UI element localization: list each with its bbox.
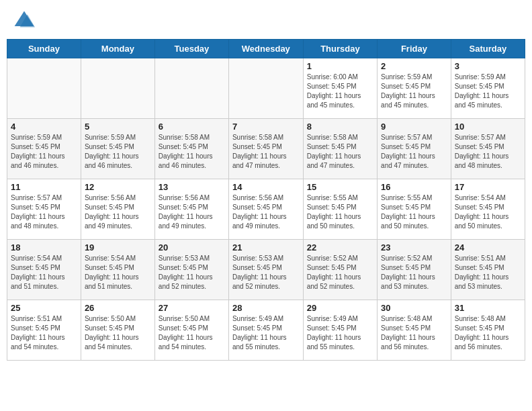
calendar-day-cell: 25Sunrise: 5:51 AM Sunset: 5:45 PM Dayli… xyxy=(7,300,81,361)
day-number: 25 xyxy=(11,303,77,313)
calendar-day-cell: 30Sunrise: 5:48 AM Sunset: 5:45 PM Dayli… xyxy=(378,300,451,361)
day-info: Sunrise: 5:52 AM Sunset: 5:45 PM Dayligh… xyxy=(307,254,373,291)
calendar-table: SundayMondayTuesdayWednesdayThursdayFrid… xyxy=(7,39,525,361)
day-info: Sunrise: 5:48 AM Sunset: 5:45 PM Dayligh… xyxy=(381,314,447,352)
calendar-day-header: Sunday xyxy=(7,40,81,58)
day-info: Sunrise: 5:49 AM Sunset: 5:45 PM Dayligh… xyxy=(307,314,373,352)
day-number: 6 xyxy=(159,122,225,132)
calendar-day-header: Thursday xyxy=(303,40,377,58)
calendar-day-cell: 7Sunrise: 5:58 AM Sunset: 5:45 PM Daylig… xyxy=(228,119,303,179)
calendar-day-cell: 5Sunrise: 5:59 AM Sunset: 5:45 PM Daylig… xyxy=(81,119,154,179)
day-number: 18 xyxy=(11,242,77,253)
day-info: Sunrise: 5:55 AM Sunset: 5:45 PM Dayligh… xyxy=(307,193,373,231)
day-number: 15 xyxy=(307,182,373,192)
day-info: Sunrise: 5:57 AM Sunset: 5:45 PM Dayligh… xyxy=(455,133,521,171)
day-info: Sunrise: 5:57 AM Sunset: 5:45 PM Dayligh… xyxy=(381,133,447,171)
day-number: 29 xyxy=(307,303,373,313)
day-number: 2 xyxy=(381,61,447,71)
calendar-day-cell: 28Sunrise: 5:49 AM Sunset: 5:45 PM Dayli… xyxy=(228,300,303,361)
calendar-day-cell: 11Sunrise: 5:57 AM Sunset: 5:45 PM Dayli… xyxy=(7,179,81,240)
day-info: Sunrise: 5:56 AM Sunset: 5:45 PM Dayligh… xyxy=(232,193,300,231)
day-info: Sunrise: 5:50 AM Sunset: 5:45 PM Dayligh… xyxy=(85,314,151,352)
day-number: 5 xyxy=(85,122,151,132)
day-info: Sunrise: 5:55 AM Sunset: 5:45 PM Dayligh… xyxy=(381,193,447,231)
day-number: 23 xyxy=(381,242,447,253)
day-info: Sunrise: 5:57 AM Sunset: 5:45 PM Dayligh… xyxy=(11,193,77,231)
calendar-day-cell: 27Sunrise: 5:50 AM Sunset: 5:45 PM Dayli… xyxy=(154,300,228,361)
day-number: 28 xyxy=(232,303,300,313)
day-number: 16 xyxy=(381,182,447,192)
day-info: Sunrise: 5:58 AM Sunset: 5:45 PM Dayligh… xyxy=(232,133,300,171)
calendar-day-header: Friday xyxy=(378,40,451,58)
calendar-day-cell: 8Sunrise: 5:58 AM Sunset: 5:45 PM Daylig… xyxy=(303,119,377,179)
calendar-day-cell: 23Sunrise: 5:52 AM Sunset: 5:45 PM Dayli… xyxy=(378,240,451,300)
day-number: 17 xyxy=(455,182,521,192)
day-info: Sunrise: 5:59 AM Sunset: 5:45 PM Dayligh… xyxy=(455,73,521,110)
day-number: 13 xyxy=(159,182,225,192)
day-number: 26 xyxy=(85,303,151,313)
day-number: 1 xyxy=(307,61,373,71)
calendar-day-cell: 17Sunrise: 5:54 AM Sunset: 5:45 PM Dayli… xyxy=(451,179,525,240)
day-info: Sunrise: 5:59 AM Sunset: 5:45 PM Dayligh… xyxy=(381,73,447,110)
day-info: Sunrise: 5:56 AM Sunset: 5:45 PM Dayligh… xyxy=(85,193,151,231)
day-info: Sunrise: 5:58 AM Sunset: 5:45 PM Dayligh… xyxy=(159,133,225,171)
day-number: 30 xyxy=(381,303,447,313)
day-info: Sunrise: 5:56 AM Sunset: 5:45 PM Dayligh… xyxy=(159,193,225,231)
calendar-day-cell: 29Sunrise: 5:49 AM Sunset: 5:45 PM Dayli… xyxy=(303,300,377,361)
calendar-day-cell: 31Sunrise: 5:48 AM Sunset: 5:45 PM Dayli… xyxy=(451,300,525,361)
day-number: 22 xyxy=(307,242,373,253)
day-info: Sunrise: 5:54 AM Sunset: 5:45 PM Dayligh… xyxy=(11,254,77,291)
calendar-day-cell: 4Sunrise: 5:59 AM Sunset: 5:45 PM Daylig… xyxy=(7,119,81,179)
day-info: Sunrise: 5:52 AM Sunset: 5:45 PM Dayligh… xyxy=(381,254,447,291)
day-number: 8 xyxy=(307,122,373,132)
calendar-week-row: 4Sunrise: 5:59 AM Sunset: 5:45 PM Daylig… xyxy=(7,119,525,179)
calendar-day-cell: 2Sunrise: 5:59 AM Sunset: 5:45 PM Daylig… xyxy=(378,58,451,119)
day-info: Sunrise: 6:00 AM Sunset: 5:45 PM Dayligh… xyxy=(307,73,373,110)
calendar-day-cell: 3Sunrise: 5:59 AM Sunset: 5:45 PM Daylig… xyxy=(451,58,525,119)
day-info: Sunrise: 5:50 AM Sunset: 5:45 PM Dayligh… xyxy=(159,314,225,352)
calendar-day-cell: 10Sunrise: 5:57 AM Sunset: 5:45 PM Dayli… xyxy=(451,119,525,179)
calendar-day-cell: 22Sunrise: 5:52 AM Sunset: 5:45 PM Dayli… xyxy=(303,240,377,300)
logo xyxy=(13,10,38,29)
calendar-day-cell: 20Sunrise: 5:53 AM Sunset: 5:45 PM Dayli… xyxy=(154,240,228,300)
day-info: Sunrise: 5:58 AM Sunset: 5:45 PM Dayligh… xyxy=(307,133,373,171)
day-info: Sunrise: 5:53 AM Sunset: 5:45 PM Dayligh… xyxy=(232,254,300,291)
day-number: 14 xyxy=(232,182,300,192)
calendar-day-cell xyxy=(228,58,303,119)
calendar-day-header: Saturday xyxy=(451,40,525,58)
day-number: 31 xyxy=(455,303,521,313)
calendar-day-cell xyxy=(154,58,228,119)
day-info: Sunrise: 5:51 AM Sunset: 5:45 PM Dayligh… xyxy=(455,254,521,291)
day-info: Sunrise: 5:59 AM Sunset: 5:45 PM Dayligh… xyxy=(11,133,77,171)
calendar-day-cell: 15Sunrise: 5:55 AM Sunset: 5:45 PM Dayli… xyxy=(303,179,377,240)
day-info: Sunrise: 5:54 AM Sunset: 5:45 PM Dayligh… xyxy=(455,193,521,231)
calendar-day-cell: 26Sunrise: 5:50 AM Sunset: 5:45 PM Dayli… xyxy=(81,300,154,361)
day-info: Sunrise: 5:48 AM Sunset: 5:45 PM Dayligh… xyxy=(455,314,521,352)
day-number: 20 xyxy=(159,242,225,253)
calendar-day-cell: 14Sunrise: 5:56 AM Sunset: 5:45 PM Dayli… xyxy=(228,179,303,240)
day-number: 9 xyxy=(381,122,447,132)
calendar-day-cell: 21Sunrise: 5:53 AM Sunset: 5:45 PM Dayli… xyxy=(228,240,303,300)
calendar-week-row: 25Sunrise: 5:51 AM Sunset: 5:45 PM Dayli… xyxy=(7,300,525,361)
calendar-week-row: 1Sunrise: 6:00 AM Sunset: 5:45 PM Daylig… xyxy=(7,58,525,119)
day-number: 19 xyxy=(85,242,151,253)
calendar-day-cell: 13Sunrise: 5:56 AM Sunset: 5:45 PM Dayli… xyxy=(154,179,228,240)
calendar-day-cell: 1Sunrise: 6:00 AM Sunset: 5:45 PM Daylig… xyxy=(303,58,377,119)
calendar-week-row: 11Sunrise: 5:57 AM Sunset: 5:45 PM Dayli… xyxy=(7,179,525,240)
day-number: 27 xyxy=(159,303,225,313)
logo-icon xyxy=(13,10,35,29)
calendar-week-row: 18Sunrise: 5:54 AM Sunset: 5:45 PM Dayli… xyxy=(7,240,525,300)
calendar-day-header: Tuesday xyxy=(154,40,228,58)
calendar-day-cell: 12Sunrise: 5:56 AM Sunset: 5:45 PM Dayli… xyxy=(81,179,154,240)
day-number: 10 xyxy=(455,122,521,132)
day-info: Sunrise: 5:54 AM Sunset: 5:45 PM Dayligh… xyxy=(85,254,151,291)
day-number: 24 xyxy=(455,242,521,253)
day-info: Sunrise: 5:53 AM Sunset: 5:45 PM Dayligh… xyxy=(159,254,225,291)
calendar-day-header: Monday xyxy=(81,40,154,58)
day-info: Sunrise: 5:49 AM Sunset: 5:45 PM Dayligh… xyxy=(232,314,300,352)
calendar-day-cell: 18Sunrise: 5:54 AM Sunset: 5:45 PM Dayli… xyxy=(7,240,81,300)
calendar-day-cell: 16Sunrise: 5:55 AM Sunset: 5:45 PM Dayli… xyxy=(378,179,451,240)
page-header xyxy=(7,7,525,32)
calendar-day-cell: 9Sunrise: 5:57 AM Sunset: 5:45 PM Daylig… xyxy=(378,119,451,179)
day-info: Sunrise: 5:51 AM Sunset: 5:45 PM Dayligh… xyxy=(11,314,77,352)
